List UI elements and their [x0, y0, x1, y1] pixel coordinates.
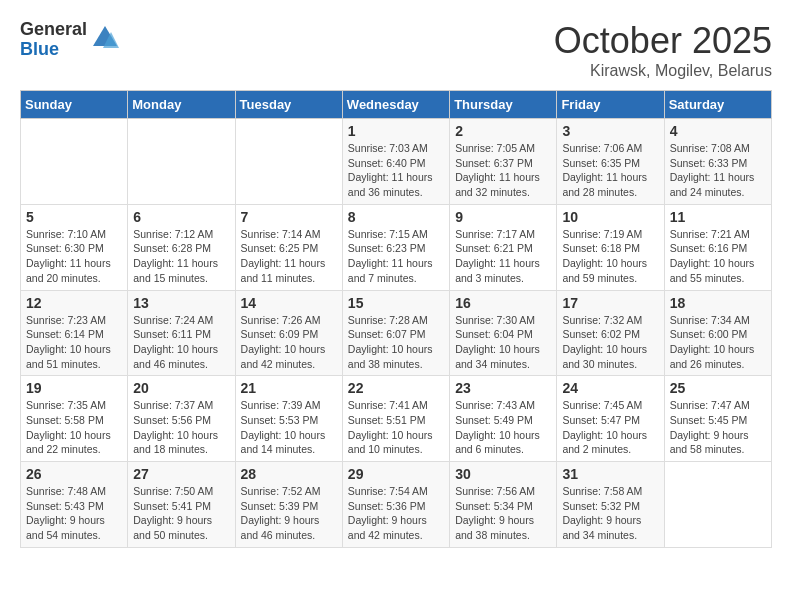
day-info: Sunrise: 7:03 AM Sunset: 6:40 PM Dayligh… [348, 141, 444, 200]
day-number: 7 [241, 209, 337, 225]
calendar-cell: 20Sunrise: 7:37 AM Sunset: 5:56 PM Dayli… [128, 376, 235, 462]
page-header: General Blue October 2025 Kirawsk, Mogil… [20, 20, 772, 80]
day-info: Sunrise: 7:52 AM Sunset: 5:39 PM Dayligh… [241, 484, 337, 543]
weekday-header: Tuesday [235, 91, 342, 119]
weekday-header: Friday [557, 91, 664, 119]
day-number: 12 [26, 295, 122, 311]
day-info: Sunrise: 7:32 AM Sunset: 6:02 PM Dayligh… [562, 313, 658, 372]
day-number: 19 [26, 380, 122, 396]
day-number: 25 [670, 380, 766, 396]
day-info: Sunrise: 7:45 AM Sunset: 5:47 PM Dayligh… [562, 398, 658, 457]
calendar-cell: 10Sunrise: 7:19 AM Sunset: 6:18 PM Dayli… [557, 204, 664, 290]
day-number: 24 [562, 380, 658, 396]
day-info: Sunrise: 7:08 AM Sunset: 6:33 PM Dayligh… [670, 141, 766, 200]
day-info: Sunrise: 7:21 AM Sunset: 6:16 PM Dayligh… [670, 227, 766, 286]
day-info: Sunrise: 7:47 AM Sunset: 5:45 PM Dayligh… [670, 398, 766, 457]
weekday-header: Monday [128, 91, 235, 119]
calendar-cell: 22Sunrise: 7:41 AM Sunset: 5:51 PM Dayli… [342, 376, 449, 462]
calendar-cell: 3Sunrise: 7:06 AM Sunset: 6:35 PM Daylig… [557, 119, 664, 205]
calendar-cell: 16Sunrise: 7:30 AM Sunset: 6:04 PM Dayli… [450, 290, 557, 376]
calendar-cell: 19Sunrise: 7:35 AM Sunset: 5:58 PM Dayli… [21, 376, 128, 462]
calendar-cell: 23Sunrise: 7:43 AM Sunset: 5:49 PM Dayli… [450, 376, 557, 462]
calendar-cell [664, 462, 771, 548]
calendar-cell: 13Sunrise: 7:24 AM Sunset: 6:11 PM Dayli… [128, 290, 235, 376]
day-info: Sunrise: 7:17 AM Sunset: 6:21 PM Dayligh… [455, 227, 551, 286]
day-info: Sunrise: 7:37 AM Sunset: 5:56 PM Dayligh… [133, 398, 229, 457]
calendar-cell: 15Sunrise: 7:28 AM Sunset: 6:07 PM Dayli… [342, 290, 449, 376]
calendar-cell: 27Sunrise: 7:50 AM Sunset: 5:41 PM Dayli… [128, 462, 235, 548]
day-number: 13 [133, 295, 229, 311]
calendar-cell: 24Sunrise: 7:45 AM Sunset: 5:47 PM Dayli… [557, 376, 664, 462]
day-info: Sunrise: 7:30 AM Sunset: 6:04 PM Dayligh… [455, 313, 551, 372]
calendar-cell: 7Sunrise: 7:14 AM Sunset: 6:25 PM Daylig… [235, 204, 342, 290]
calendar-cell: 25Sunrise: 7:47 AM Sunset: 5:45 PM Dayli… [664, 376, 771, 462]
day-info: Sunrise: 7:50 AM Sunset: 5:41 PM Dayligh… [133, 484, 229, 543]
day-info: Sunrise: 7:24 AM Sunset: 6:11 PM Dayligh… [133, 313, 229, 372]
day-number: 18 [670, 295, 766, 311]
day-info: Sunrise: 7:12 AM Sunset: 6:28 PM Dayligh… [133, 227, 229, 286]
location: Kirawsk, Mogilev, Belarus [554, 62, 772, 80]
day-info: Sunrise: 7:15 AM Sunset: 6:23 PM Dayligh… [348, 227, 444, 286]
day-number: 1 [348, 123, 444, 139]
logo-icon [91, 24, 119, 52]
day-info: Sunrise: 7:58 AM Sunset: 5:32 PM Dayligh… [562, 484, 658, 543]
day-info: Sunrise: 7:35 AM Sunset: 5:58 PM Dayligh… [26, 398, 122, 457]
weekday-header: Sunday [21, 91, 128, 119]
day-info: Sunrise: 7:10 AM Sunset: 6:30 PM Dayligh… [26, 227, 122, 286]
day-info: Sunrise: 7:34 AM Sunset: 6:00 PM Dayligh… [670, 313, 766, 372]
day-number: 22 [348, 380, 444, 396]
calendar-cell: 17Sunrise: 7:32 AM Sunset: 6:02 PM Dayli… [557, 290, 664, 376]
day-number: 10 [562, 209, 658, 225]
day-number: 3 [562, 123, 658, 139]
weekday-header: Saturday [664, 91, 771, 119]
calendar-cell: 12Sunrise: 7:23 AM Sunset: 6:14 PM Dayli… [21, 290, 128, 376]
day-number: 26 [26, 466, 122, 482]
day-number: 14 [241, 295, 337, 311]
calendar-table: SundayMondayTuesdayWednesdayThursdayFrid… [20, 90, 772, 548]
weekday-header: Wednesday [342, 91, 449, 119]
day-info: Sunrise: 7:48 AM Sunset: 5:43 PM Dayligh… [26, 484, 122, 543]
day-info: Sunrise: 7:54 AM Sunset: 5:36 PM Dayligh… [348, 484, 444, 543]
calendar-cell: 26Sunrise: 7:48 AM Sunset: 5:43 PM Dayli… [21, 462, 128, 548]
day-info: Sunrise: 7:43 AM Sunset: 5:49 PM Dayligh… [455, 398, 551, 457]
calendar-cell: 28Sunrise: 7:52 AM Sunset: 5:39 PM Dayli… [235, 462, 342, 548]
logo: General Blue [20, 20, 119, 60]
calendar-cell: 4Sunrise: 7:08 AM Sunset: 6:33 PM Daylig… [664, 119, 771, 205]
day-number: 17 [562, 295, 658, 311]
day-number: 23 [455, 380, 551, 396]
calendar-cell: 8Sunrise: 7:15 AM Sunset: 6:23 PM Daylig… [342, 204, 449, 290]
calendar-cell: 5Sunrise: 7:10 AM Sunset: 6:30 PM Daylig… [21, 204, 128, 290]
day-info: Sunrise: 7:06 AM Sunset: 6:35 PM Dayligh… [562, 141, 658, 200]
day-number: 16 [455, 295, 551, 311]
calendar-cell: 2Sunrise: 7:05 AM Sunset: 6:37 PM Daylig… [450, 119, 557, 205]
day-info: Sunrise: 7:05 AM Sunset: 6:37 PM Dayligh… [455, 141, 551, 200]
day-number: 28 [241, 466, 337, 482]
calendar-cell: 1Sunrise: 7:03 AM Sunset: 6:40 PM Daylig… [342, 119, 449, 205]
day-number: 15 [348, 295, 444, 311]
day-number: 4 [670, 123, 766, 139]
day-number: 11 [670, 209, 766, 225]
day-number: 31 [562, 466, 658, 482]
calendar-cell: 9Sunrise: 7:17 AM Sunset: 6:21 PM Daylig… [450, 204, 557, 290]
day-info: Sunrise: 7:14 AM Sunset: 6:25 PM Dayligh… [241, 227, 337, 286]
day-info: Sunrise: 7:56 AM Sunset: 5:34 PM Dayligh… [455, 484, 551, 543]
day-number: 2 [455, 123, 551, 139]
calendar-cell: 14Sunrise: 7:26 AM Sunset: 6:09 PM Dayli… [235, 290, 342, 376]
day-info: Sunrise: 7:19 AM Sunset: 6:18 PM Dayligh… [562, 227, 658, 286]
day-number: 21 [241, 380, 337, 396]
day-info: Sunrise: 7:23 AM Sunset: 6:14 PM Dayligh… [26, 313, 122, 372]
calendar-cell: 6Sunrise: 7:12 AM Sunset: 6:28 PM Daylig… [128, 204, 235, 290]
calendar-cell: 31Sunrise: 7:58 AM Sunset: 5:32 PM Dayli… [557, 462, 664, 548]
calendar-cell: 11Sunrise: 7:21 AM Sunset: 6:16 PM Dayli… [664, 204, 771, 290]
day-number: 5 [26, 209, 122, 225]
day-info: Sunrise: 7:26 AM Sunset: 6:09 PM Dayligh… [241, 313, 337, 372]
weekday-header: Thursday [450, 91, 557, 119]
logo-blue: Blue [20, 40, 87, 60]
calendar-cell: 29Sunrise: 7:54 AM Sunset: 5:36 PM Dayli… [342, 462, 449, 548]
day-number: 29 [348, 466, 444, 482]
calendar-cell: 21Sunrise: 7:39 AM Sunset: 5:53 PM Dayli… [235, 376, 342, 462]
calendar-cell: 18Sunrise: 7:34 AM Sunset: 6:00 PM Dayli… [664, 290, 771, 376]
day-number: 9 [455, 209, 551, 225]
day-info: Sunrise: 7:41 AM Sunset: 5:51 PM Dayligh… [348, 398, 444, 457]
day-number: 30 [455, 466, 551, 482]
